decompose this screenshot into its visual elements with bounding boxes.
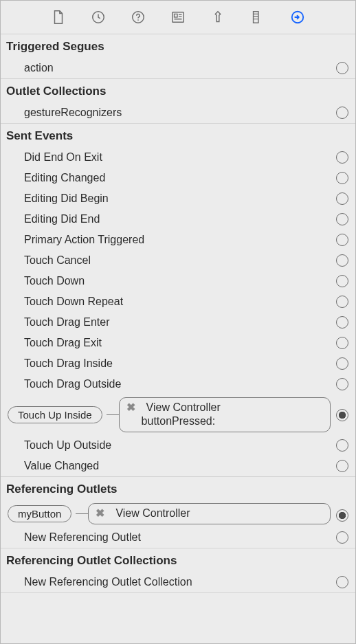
connection-well[interactable]: [336, 296, 348, 308]
connection-well[interactable]: [336, 62, 348, 74]
outlet-pill-mybutton[interactable]: myButton: [8, 505, 71, 522]
row-label: Touch Drag Outside: [24, 378, 331, 390]
connection-target-box[interactable]: ✖ View Controller buttonPressed:: [119, 397, 331, 432]
inspector-tab-bar: [1, 1, 355, 34]
row-label: Touch Drag Inside: [24, 357, 331, 370]
referencing-outlet-row-mybutton[interactable]: myButton ✖ View Controller: [1, 500, 355, 527]
sent-event-row[interactable]: Touch Up Outside: [1, 435, 355, 456]
connection-well[interactable]: [336, 316, 348, 329]
connection-well[interactable]: [336, 192, 348, 205]
svg-rect-4: [175, 14, 178, 17]
connection-well[interactable]: [336, 107, 348, 119]
sent-event-row[interactable]: Editing Changed: [1, 168, 355, 188]
connection-well[interactable]: [336, 213, 348, 225]
sent-event-row[interactable]: Touch Drag Inside: [1, 353, 355, 374]
connector-line: [76, 513, 88, 514]
size-inspector-tab[interactable]: [248, 8, 267, 27]
connection-well[interactable]: [336, 172, 348, 184]
section-triggered-segues: Triggered Segues action: [1, 34, 355, 79]
connection-well[interactable]: [336, 151, 348, 164]
event-pill-touch-up-inside[interactable]: Touch Up Inside: [8, 406, 102, 423]
help-inspector-tab[interactable]: [129, 8, 148, 27]
row-label: Touch Drag Enter: [24, 316, 331, 329]
row-label: New Referencing Outlet Collection: [24, 576, 331, 588]
attributes-icon: [210, 10, 225, 25]
connection-target-box[interactable]: ✖ View Controller: [88, 503, 331, 524]
sent-event-row[interactable]: Touch Drag Exit: [1, 333, 355, 353]
connection-well[interactable]: [336, 234, 348, 246]
connection-well-filled[interactable]: [336, 409, 348, 421]
identity-inspector-tab[interactable]: [168, 8, 188, 27]
svg-rect-5: [254, 12, 258, 23]
sent-event-row[interactable]: Touch Drag Outside: [1, 374, 355, 395]
section-outlet-collections: Outlet Collections gestureRecognizers: [1, 79, 355, 124]
connection-well[interactable]: [336, 460, 348, 472]
size-icon: [250, 10, 265, 25]
row-label: Touch Cancel: [24, 254, 331, 267]
row-label: gestureRecognizers: [24, 107, 331, 119]
sent-event-row[interactable]: Value Changed: [1, 456, 355, 476]
remove-connection-icon[interactable]: ✖: [126, 401, 140, 414]
row-label: Did End On Exit: [24, 151, 331, 164]
section-referencing-outlets: Referencing Outlets myButton ✖ View Cont…: [1, 477, 355, 548]
svg-point-2: [137, 19, 139, 21]
referencing-outlet-collection-row-new[interactable]: New Referencing Outlet Collection: [1, 572, 355, 592]
sent-event-row[interactable]: Touch Down: [1, 271, 355, 291]
row-label: Editing Did End: [24, 213, 331, 225]
help-icon: [131, 10, 146, 25]
sent-event-row[interactable]: Touch Drag Enter: [1, 312, 355, 333]
history-inspector-tab[interactable]: [89, 8, 108, 27]
identity-icon: [170, 10, 186, 25]
connection-well[interactable]: [336, 254, 348, 267]
section-title: Referencing Outlets: [1, 477, 355, 500]
file-inspector-tab[interactable]: [49, 8, 68, 27]
section-title: Triggered Segues: [1, 34, 355, 58]
connections-icon: [290, 10, 305, 25]
connection-well[interactable]: [336, 576, 348, 588]
row-label: Value Changed: [24, 460, 331, 472]
outlet-collection-row-gesture-recognizers[interactable]: gestureRecognizers: [1, 102, 355, 123]
section-sent-events: Sent Events Did End On Exit Editing Chan…: [1, 124, 355, 477]
connection-well[interactable]: [336, 531, 348, 544]
connection-well[interactable]: [336, 378, 348, 390]
section-title: Referencing Outlet Collections: [1, 548, 355, 572]
segue-row-action[interactable]: action: [1, 58, 355, 78]
connection-selector: buttonPressed:: [126, 415, 323, 428]
row-label: action: [24, 62, 331, 74]
connection-well[interactable]: [336, 337, 348, 349]
row-label: Primary Action Triggered: [24, 234, 331, 246]
sent-event-row[interactable]: Editing Did Begin: [1, 188, 355, 209]
row-label: Editing Did Begin: [24, 192, 331, 205]
connection-well[interactable]: [336, 439, 348, 452]
section-referencing-outlet-collections: Referencing Outlet Collections New Refer…: [1, 548, 355, 593]
section-title: Sent Events: [1, 124, 355, 147]
connection-well-filled[interactable]: [336, 509, 348, 522]
connection-target: View Controller: [115, 507, 190, 520]
sent-event-row-touch-up-inside[interactable]: Touch Up Inside ✖ View Controller button…: [1, 395, 355, 435]
connection-well[interactable]: [336, 357, 348, 370]
row-label: Editing Changed: [24, 172, 331, 184]
row-label: Touch Down: [24, 275, 331, 287]
row-label: Touch Down Repeat: [24, 296, 331, 308]
row-label: Touch Up Outside: [24, 439, 331, 452]
sent-event-row[interactable]: Did End On Exit: [1, 147, 355, 168]
history-icon: [91, 10, 106, 25]
connection-well[interactable]: [336, 275, 348, 287]
file-icon: [51, 10, 66, 25]
section-title: Outlet Collections: [1, 79, 355, 102]
sent-event-row[interactable]: Primary Action Triggered: [1, 230, 355, 250]
connection-target: View Controller: [146, 401, 221, 414]
referencing-outlet-row-new[interactable]: New Referencing Outlet: [1, 527, 355, 548]
remove-connection-icon[interactable]: ✖: [96, 507, 109, 520]
row-label: Touch Drag Exit: [24, 337, 331, 349]
connector-line: [107, 414, 119, 415]
connections-inspector-tab[interactable]: [288, 8, 307, 27]
row-label: New Referencing Outlet: [24, 531, 331, 544]
attributes-inspector-tab[interactable]: [208, 8, 227, 27]
sent-event-row[interactable]: Touch Down Repeat: [1, 291, 355, 312]
sent-event-row[interactable]: Touch Cancel: [1, 250, 355, 271]
sent-event-row[interactable]: Editing Did End: [1, 209, 355, 230]
